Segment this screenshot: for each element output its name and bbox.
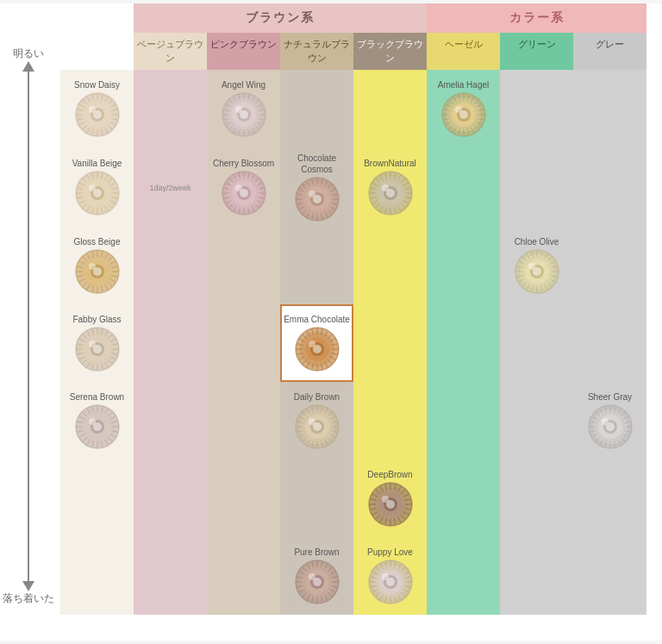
lens-r0-c2 bbox=[222, 92, 266, 137]
svg-point-91 bbox=[455, 106, 462, 113]
cell-r2-c5 bbox=[427, 227, 500, 304]
data-row-1: Vanilla Beige 1day/2weekCherry Blossom C… bbox=[60, 147, 662, 227]
cell-r4-c1 bbox=[134, 382, 207, 460]
cell-r0-c1 bbox=[134, 70, 207, 147]
svg-point-153 bbox=[235, 184, 242, 191]
lens-r1-c2 bbox=[222, 171, 266, 216]
cell-r2-c0: Gloss Beige bbox=[60, 227, 134, 304]
sub-header-hazel-label: ヘーゼル bbox=[445, 39, 483, 49]
cell-r4-c2 bbox=[207, 382, 280, 460]
cell-r5-c1 bbox=[134, 460, 207, 537]
cell-r5-c7 bbox=[573, 460, 646, 537]
cell-r0-c3 bbox=[280, 70, 353, 147]
cell-label-r0-c0: Snow Daisy bbox=[74, 79, 120, 91]
sub-header-black-brown-label: ブラックブラウン bbox=[357, 39, 423, 62]
sub-header-beige-brown: ベージュブラウン bbox=[134, 33, 207, 70]
cell-r2-c6: Chloe Olive bbox=[500, 227, 573, 304]
cell-label-r0-c2: Angel Wing bbox=[222, 79, 265, 91]
data-row-0: Snow Daisy Angel Wing Amelia Hagel bbox=[60, 70, 662, 147]
cell-r1-c7 bbox=[573, 147, 646, 227]
cell-r4-c4 bbox=[353, 382, 427, 460]
svg-point-463 bbox=[382, 496, 389, 503]
subcat-r1-c1: 1day/2week bbox=[149, 184, 190, 192]
cell-r6-c1 bbox=[134, 537, 207, 615]
svg-point-494 bbox=[309, 573, 315, 580]
cell-r2-c7 bbox=[573, 227, 646, 304]
cell-r3-c7 bbox=[573, 304, 646, 382]
page-container: 明るい 落ち着いた ブラウン系 カラー系 ベージュブラウン ピンクブラウン ナチ… bbox=[0, 3, 662, 641]
cell-label-r1-c0: Vanilla Beige bbox=[72, 158, 122, 169]
cell-r3-c4 bbox=[353, 304, 427, 382]
cell-r5-c4: DeepBrown bbox=[353, 460, 427, 537]
cell-label-r2-c0: Gloss Beige bbox=[74, 236, 121, 247]
data-row-2: Gloss Beige Chloe Olive bbox=[60, 227, 662, 304]
svg-point-432 bbox=[602, 418, 609, 425]
cell-r0-c4 bbox=[353, 70, 427, 147]
lens-r6-c4 bbox=[368, 560, 413, 604]
svg-point-401 bbox=[309, 418, 315, 425]
cell-r6-c5 bbox=[427, 537, 500, 615]
cell-r3-c5 bbox=[427, 304, 500, 382]
cell-r5-c0 bbox=[60, 460, 134, 537]
svg-point-60 bbox=[235, 106, 242, 113]
data-row-4: Serena Brown Daily Brown Sheer Gray bbox=[60, 382, 662, 460]
cell-label-r5-c4: DeepBrown bbox=[367, 469, 412, 480]
cell-r1-c5 bbox=[427, 147, 500, 227]
cell-r0-c0: Snow Daisy bbox=[60, 70, 134, 147]
cell-r4-c0: Serena Brown bbox=[60, 382, 134, 460]
cell-r2-c4 bbox=[353, 227, 427, 304]
cell-label-r4-c0: Serena Brown bbox=[70, 391, 124, 403]
cell-r1-c4: BrownNatural bbox=[353, 147, 427, 227]
svg-point-29 bbox=[89, 106, 96, 113]
cell-r5-c6 bbox=[500, 460, 573, 537]
cell-r4-c3: Daily Brown bbox=[280, 382, 353, 460]
cell-r3-c3: Emma Chocolate bbox=[280, 304, 353, 382]
sub-header-gray: グレー bbox=[573, 33, 646, 70]
cell-r1-c2: Cherry Blossom bbox=[207, 147, 280, 227]
cell-label-r2-c6: Chloe Olive bbox=[515, 236, 559, 247]
cell-r4-c5 bbox=[427, 382, 500, 460]
cell-r6-c4: Puppy Love bbox=[353, 537, 427, 615]
super-header-row: ブラウン系 カラー系 bbox=[60, 3, 662, 33]
sub-header-natural-brown: ナチュラルブラウン bbox=[280, 33, 353, 70]
cell-r3-c0: Fabby Glass bbox=[60, 304, 134, 382]
grid-wrapper: 明るい 落ち着いた ブラウン系 カラー系 ベージュブラウン ピンクブラウン ナチ… bbox=[0, 3, 662, 641]
svg-point-246 bbox=[89, 263, 96, 270]
cell-label-r6-c3: Pure Brown bbox=[294, 547, 339, 558]
cell-r2-c3 bbox=[280, 227, 353, 304]
cell-label-r4-c7: Sheer Gray bbox=[588, 391, 632, 403]
lens-r3-c3 bbox=[295, 327, 340, 372]
cell-r4-c7: Sheer Gray bbox=[573, 382, 646, 460]
svg-point-215 bbox=[382, 184, 389, 191]
cell-label-r4-c3: Daily Brown bbox=[294, 391, 340, 403]
svg-point-339 bbox=[309, 341, 315, 347]
lens-r0-c5 bbox=[441, 92, 486, 137]
super-header-empty bbox=[60, 3, 134, 33]
sub-header-gray-label: グレー bbox=[596, 39, 624, 49]
cell-r4-c6 bbox=[500, 382, 573, 460]
sub-header-green: グリーン bbox=[500, 33, 573, 70]
cell-r5-c5 bbox=[427, 460, 500, 537]
sub-header-green-label: グリーン bbox=[518, 39, 556, 49]
cell-r3-c2 bbox=[207, 304, 280, 382]
cell-label-r0-c5: Amelia Hagel bbox=[438, 79, 489, 91]
cell-r0-c6 bbox=[500, 70, 573, 147]
cell-r6-c2 bbox=[207, 537, 280, 615]
cell-r6-c3: Pure Brown bbox=[280, 537, 353, 615]
super-header-color: カラー系 bbox=[427, 3, 646, 33]
cell-label-r6-c4: Puppy Love bbox=[367, 547, 413, 558]
lens-r6-c3 bbox=[295, 560, 340, 604]
cell-r6-c7 bbox=[573, 537, 646, 615]
data-row-3: Fabby Glass Emma Chocolate bbox=[60, 304, 662, 382]
cell-label-r1-c3: Chocolate Cosmos bbox=[282, 153, 352, 175]
cell-r1-c6 bbox=[500, 147, 573, 227]
lens-r3-c0 bbox=[75, 327, 120, 372]
cell-label-r3-c0: Fabby Glass bbox=[72, 314, 121, 325]
cell-r0-c2: Angel Wing bbox=[207, 70, 280, 147]
cell-r3-c6 bbox=[500, 304, 573, 382]
cell-r1-c3: Chocolate Cosmos bbox=[280, 147, 353, 227]
lens-r1-c4 bbox=[368, 171, 413, 216]
cell-r1-c0: Vanilla Beige bbox=[60, 147, 134, 227]
vertical-axis: 明るい 落ち着いた bbox=[0, 3, 56, 641]
cell-r5-c2 bbox=[207, 460, 280, 537]
